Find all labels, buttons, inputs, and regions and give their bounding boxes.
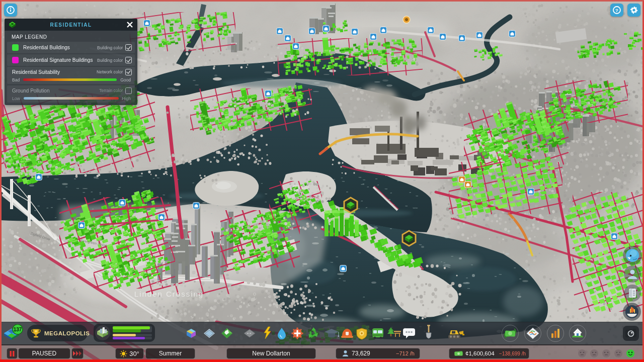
svg-text:137: 137	[14, 327, 22, 332]
svg-text:Linden Crossing: Linden Crossing	[134, 290, 204, 298]
svg-text:?: ?	[615, 8, 618, 13]
